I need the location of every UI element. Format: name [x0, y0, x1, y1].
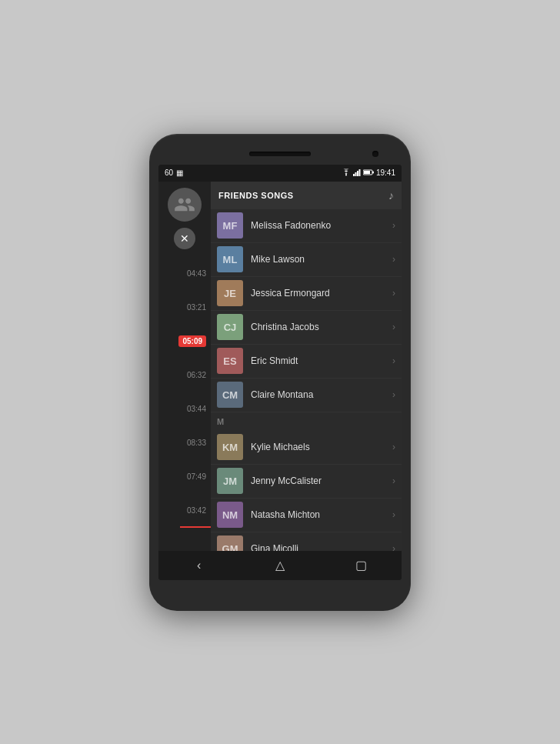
sidebar-time-3[interactable]: 05:09	[158, 325, 211, 359]
contact-name: Eric Shmidt	[251, 355, 392, 366]
avatar: JE	[217, 280, 243, 306]
contact-name: Jenny McCalister	[251, 475, 392, 486]
list-item[interactable]: KM Kylie Michaels ›	[211, 431, 402, 465]
contact-name: Christina Jacobs	[251, 322, 392, 332]
avatar: KM	[217, 434, 243, 460]
wifi-icon	[342, 168, 351, 178]
bottom-nav: ‹ △ ▢	[158, 551, 402, 580]
status-calendar-icon: ▦	[176, 168, 183, 177]
main-list: FRIENDS SONGS ♪ MF Melissa Fadonenko ›	[211, 182, 402, 551]
contact-name: Jessica Ermongard	[251, 288, 392, 299]
section-letter: M	[217, 417, 224, 426]
contact-name: Claire Montana	[251, 389, 392, 400]
svg-rect-2	[355, 172, 356, 176]
contact-name: Gina Micolli	[251, 543, 392, 551]
sidebar-time-1[interactable]: 04:43	[158, 257, 211, 291]
friends-songs-title: FRIENDS SONGS	[218, 191, 294, 200]
status-right: 19:41	[342, 168, 395, 178]
avatar: CM	[217, 382, 243, 408]
list-item[interactable]: JM Jenny McCalister ›	[211, 465, 402, 499]
chevron-right-icon: ›	[392, 288, 395, 299]
time-badge-6: 08:33	[187, 439, 206, 447]
status-time: 19:41	[376, 168, 395, 177]
chevron-right-icon: ›	[392, 509, 395, 520]
close-button[interactable]: ✕	[174, 228, 195, 249]
list-item[interactable]: NM Natasha Michton ›	[211, 499, 402, 532]
battery-icon	[363, 168, 374, 177]
contact-name: Melissa Fadonenko	[251, 220, 392, 231]
svg-point-0	[345, 174, 347, 175]
list-item[interactable]: GM Gina Micolli ›	[211, 532, 402, 551]
time-badge-2: 03:21	[187, 303, 206, 312]
time-badge-7: 07:49	[187, 472, 206, 481]
section-header-m: M	[211, 412, 402, 431]
chevron-right-icon: ›	[392, 254, 395, 265]
chevron-right-icon: ›	[392, 543, 395, 551]
sidebar-avatar[interactable]	[168, 188, 202, 222]
phone-screen: 60 ▦	[158, 165, 402, 580]
chevron-right-icon: ›	[392, 475, 395, 486]
phone-device: 60 ▦	[149, 134, 411, 611]
svg-rect-6	[364, 171, 370, 174]
recent-apps-icon: ▢	[355, 558, 367, 572]
list-item[interactable]: ES Eric Shmidt ›	[211, 345, 402, 379]
phone-bottom-bar	[158, 580, 402, 602]
sidebar-time-7[interactable]: 07:49	[158, 460, 211, 494]
sidebar-times: 04:43 03:21 05:09 06:32 03:44	[158, 257, 211, 528]
contact-name: Kylie Michaels	[251, 442, 392, 452]
time-badge-3: 05:09	[178, 335, 206, 347]
svg-rect-4	[358, 169, 360, 176]
avatar: MF	[217, 212, 243, 239]
time-badge-4: 06:32	[187, 371, 206, 379]
avatar: NM	[217, 502, 243, 528]
status-bar: 60 ▦	[158, 165, 402, 182]
svg-rect-1	[353, 174, 355, 176]
svg-rect-7	[372, 172, 374, 174]
svg-rect-3	[357, 171, 358, 176]
speaker-grille	[249, 152, 311, 156]
list-item[interactable]: MF Melissa Fadonenko ›	[211, 209, 402, 243]
contacts-list: MF Melissa Fadonenko › ML Mike Lawson ›	[211, 209, 402, 551]
time-badge-5: 03:44	[187, 405, 206, 413]
avatar: JM	[217, 468, 243, 494]
sidebar-time-8[interactable]: 03:42	[158, 494, 211, 528]
app-content: ✕ 04:43 03:21 05:09 06:32	[158, 182, 402, 551]
list-item[interactable]: JE Jessica Ermongard ›	[211, 277, 402, 311]
time-badge-1: 04:43	[187, 269, 206, 278]
chevron-right-icon: ›	[392, 322, 395, 332]
chevron-right-icon: ›	[392, 389, 395, 400]
list-header: FRIENDS SONGS ♪	[211, 182, 402, 209]
list-item[interactable]: CJ Christina Jacobs ›	[211, 311, 402, 345]
recent-apps-button[interactable]: ▢	[345, 551, 376, 580]
chevron-right-icon: ›	[392, 220, 395, 231]
time-badge-8: 03:42	[187, 506, 206, 515]
chevron-right-icon: ›	[392, 442, 395, 452]
chevron-right-icon: ›	[392, 355, 395, 366]
home-icon: △	[275, 558, 285, 572]
signal-icon	[353, 168, 361, 178]
music-icon: ♪	[388, 189, 394, 202]
front-camera	[372, 151, 378, 157]
back-icon: ‹	[197, 559, 201, 572]
status-signal-number: 60	[165, 168, 173, 177]
sidebar-time-6[interactable]: 08:33	[158, 426, 211, 460]
sidebar: ✕ 04:43 03:21 05:09 06:32	[158, 182, 211, 551]
back-button[interactable]: ‹	[184, 551, 215, 580]
sidebar-time-5[interactable]: 03:44	[158, 392, 211, 426]
list-item[interactable]: ML Mike Lawson ›	[211, 243, 402, 277]
sidebar-time-4[interactable]: 06:32	[158, 359, 211, 392]
phone-top-bar	[158, 143, 402, 165]
home-button[interactable]: △	[265, 551, 295, 580]
red-line-indicator	[180, 526, 211, 528]
contact-name: Mike Lawson	[251, 254, 392, 265]
avatar: ES	[217, 348, 243, 374]
avatar: CJ	[217, 314, 243, 340]
close-icon: ✕	[180, 232, 189, 245]
contact-name: Natasha Michton	[251, 509, 392, 520]
avatar: GM	[217, 535, 243, 551]
avatar: ML	[217, 246, 243, 272]
list-item[interactable]: CM Claire Montana ›	[211, 379, 402, 412]
sidebar-time-2[interactable]: 03:21	[158, 291, 211, 325]
status-left: 60 ▦	[165, 168, 183, 177]
